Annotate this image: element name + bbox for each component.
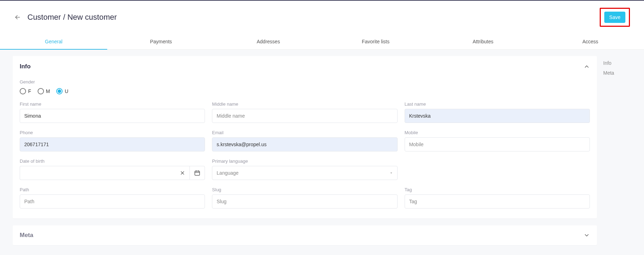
meta-card: Meta (13, 225, 597, 245)
page-header: Customer / New customer Save (0, 1, 644, 34)
phone-group: Phone (20, 130, 205, 151)
email-label: Email (212, 130, 397, 135)
main-column: Info Gender F M (13, 56, 597, 252)
meta-card-header: Meta (20, 232, 590, 239)
back-arrow-icon[interactable] (14, 14, 21, 21)
meta-row: Path Slug Tag (20, 187, 590, 209)
gender-radio-f-label: F (28, 88, 31, 94)
section-nav: Info Meta (603, 56, 631, 78)
mobile-input[interactable] (405, 137, 590, 151)
gender-radio-m-label: M (46, 88, 50, 94)
language-group: Primary language (212, 158, 397, 180)
info-card: Info Gender F M (13, 56, 597, 218)
mobile-group: Mobile (405, 130, 590, 151)
save-button[interactable]: Save (604, 12, 625, 23)
phone-input[interactable] (20, 137, 205, 151)
radio-icon (20, 88, 26, 94)
slug-group: Slug (212, 187, 397, 209)
last-name-label: Last name (405, 101, 590, 107)
gender-radio-u[interactable]: U (56, 88, 68, 94)
path-group: Path (20, 187, 205, 209)
last-name-input[interactable] (405, 109, 590, 123)
mobile-label: Mobile (405, 130, 590, 135)
chevron-down-icon[interactable] (584, 232, 590, 238)
language-select-wrap (212, 166, 397, 180)
empty-spacer (405, 158, 590, 180)
dob-lang-row: Date of birth Primary language (20, 158, 590, 180)
chevron-up-icon[interactable] (584, 63, 590, 70)
last-name-group: Last name (405, 101, 590, 123)
tab-addresses[interactable]: Addresses (215, 34, 322, 49)
tab-general[interactable]: General (0, 34, 107, 49)
tag-group: Tag (405, 187, 590, 209)
calendar-icon[interactable] (189, 166, 205, 180)
middle-name-input[interactable] (212, 109, 397, 123)
save-highlight-box: Save (600, 8, 630, 27)
name-row: First name Middle name Last name (20, 101, 590, 123)
info-card-header: Info (20, 63, 590, 70)
contact-row: Phone Email Mobile (20, 130, 590, 151)
first-name-group: First name (20, 101, 205, 123)
info-card-title: Info (20, 63, 31, 70)
language-label: Primary language (212, 158, 397, 164)
section-nav-meta[interactable]: Meta (603, 68, 631, 78)
middle-name-group: Middle name (212, 101, 397, 123)
section-nav-info[interactable]: Info (603, 58, 631, 68)
svg-rect-3 (195, 171, 200, 175)
email-input[interactable] (212, 137, 397, 151)
first-name-input[interactable] (20, 109, 205, 123)
tab-payments[interactable]: Payments (107, 34, 214, 49)
path-input[interactable] (20, 194, 205, 209)
dob-input-wrap (20, 166, 205, 180)
tabs: General Payments Addresses Favorite list… (0, 34, 644, 50)
slug-label: Slug (212, 187, 397, 192)
language-select[interactable] (212, 166, 397, 180)
dob-group: Date of birth (20, 158, 205, 180)
tab-access[interactable]: Access (537, 34, 644, 49)
path-label: Path (20, 187, 205, 192)
phone-label: Phone (20, 130, 205, 135)
tag-label: Tag (405, 187, 590, 192)
gender-radio-f[interactable]: F (20, 88, 31, 94)
tab-favorite-lists[interactable]: Favorite lists (322, 34, 429, 49)
tag-input[interactable] (405, 194, 590, 209)
dob-label: Date of birth (20, 158, 205, 164)
page-title: Customer / New customer (27, 13, 117, 22)
slug-input[interactable] (212, 194, 397, 209)
content-area: Info Gender F M (0, 50, 644, 255)
gender-label: Gender (20, 79, 590, 85)
gender-group: Gender F M U (20, 79, 590, 94)
gender-radio-m[interactable]: M (38, 88, 50, 94)
gender-radio-group: F M U (20, 88, 590, 94)
radio-icon (56, 88, 63, 94)
middle-name-label: Middle name (212, 101, 397, 107)
first-name-label: First name (20, 101, 205, 107)
tab-attributes[interactable]: Attributes (429, 34, 536, 49)
radio-icon (38, 88, 44, 94)
header-left: Customer / New customer (14, 13, 117, 22)
email-group: Email (212, 130, 397, 151)
dob-input[interactable] (20, 166, 189, 180)
meta-card-title: Meta (20, 232, 33, 239)
gender-radio-u-label: U (65, 88, 68, 94)
close-icon[interactable] (180, 170, 185, 176)
